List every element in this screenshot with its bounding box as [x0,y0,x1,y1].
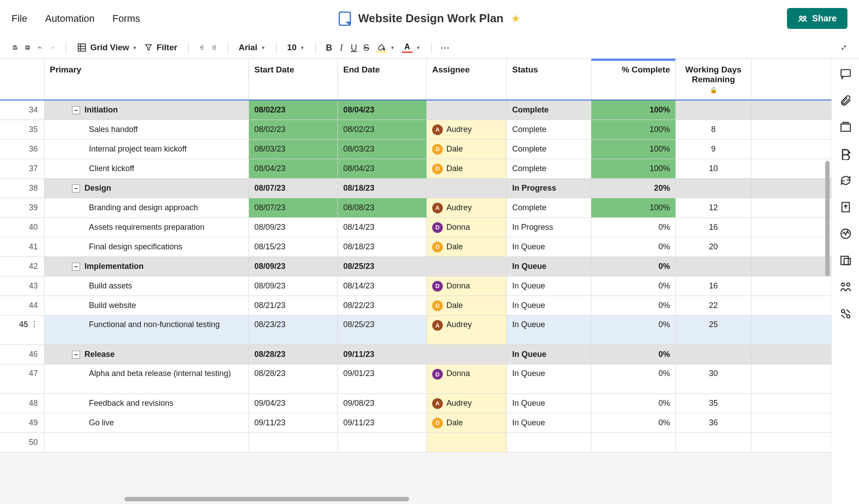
share-button[interactable]: Share [787,8,847,29]
cell-assignee[interactable]: DDale [427,140,507,159]
row-number[interactable]: 48 [0,394,44,413]
menu-forms[interactable]: Forms [112,13,140,24]
cell-assignee[interactable]: DDale [427,237,507,256]
row-number[interactable]: 35 [0,120,44,139]
summary-icon[interactable] [839,254,852,267]
table-row[interactable]: 34−Initiation08/02/2308/04/23Complete100… [0,100,831,120]
cell-percent-complete[interactable]: 0% [591,218,676,237]
table-row[interactable]: 40Assets requirements preparation08/09/2… [0,218,831,237]
cell-working-days[interactable]: 9 [676,140,751,159]
brand-icon[interactable] [839,148,852,160]
row-number[interactable]: 47 [0,364,44,393]
cell-start-date[interactable]: 08/03/23 [249,140,338,159]
cell-assignee[interactable]: DDale [427,413,507,432]
cell-working-days[interactable]: 35 [676,394,751,413]
cell-status[interactable]: In Queue [507,364,591,393]
collapse-icon[interactable]: − [72,106,80,114]
print-icon[interactable] [22,42,33,53]
cell-start-date[interactable]: 08/07/23 [249,198,338,217]
row-number[interactable]: 42 [0,257,44,276]
menu-automation[interactable]: Automation [45,13,94,24]
cell-end-date[interactable]: 08/22/23 [338,296,427,315]
activity-icon[interactable] [839,228,852,240]
cell-start-date[interactable]: 08/02/23 [249,120,338,139]
table-row[interactable]: 41Final design specifications08/15/2308/… [0,237,831,257]
cell-primary[interactable]: Build website [44,296,249,315]
cell-percent-complete[interactable]: 0% [591,257,676,276]
row-number[interactable]: 43 [0,276,44,296]
cell-primary[interactable]: Feedback and revisions [44,394,249,413]
proofs-icon[interactable] [839,121,852,133]
cell-status[interactable]: In Progress [507,218,591,237]
cell-status[interactable]: Complete [507,159,591,178]
cell-start-date[interactable]: 08/09/23 [249,257,338,276]
cell-primary[interactable]: Alpha and beta release (internal testing… [44,364,249,393]
cell-assignee[interactable]: AAudrey [427,198,507,217]
table-row[interactable]: 38−Design08/07/2308/18/23In Progress20% [0,179,831,198]
cell-primary[interactable]: Assets requirements preparation [44,218,249,237]
cell-status[interactable]: In Queue [507,394,591,413]
publish-icon[interactable] [839,201,852,213]
cell-status[interactable]: Complete [507,120,591,139]
table-row[interactable]: 39Branding and design approach08/07/2308… [0,198,831,218]
cell-primary[interactable]: Branding and design approach [44,198,249,217]
cell-primary[interactable]: −Initiation [44,100,249,120]
cell-assignee[interactable] [427,179,507,198]
table-row[interactable]: 42−Implementation08/09/2308/25/23In Queu… [0,257,831,276]
row-number[interactable]: 39 [0,198,44,217]
cell[interactable] [676,433,751,452]
cell-percent-complete[interactable]: 0% [591,394,676,413]
cell-status[interactable]: In Queue [507,296,591,315]
cell-start-date[interactable]: 08/09/23 [249,276,338,296]
cell-primary[interactable]: Client kickoff [44,159,249,178]
cell-working-days[interactable]: 36 [676,413,751,432]
cell-percent-complete[interactable]: 100% [591,140,676,159]
row-number[interactable]: 37 [0,159,44,178]
cell-assignee[interactable]: DDale [427,159,507,178]
table-row[interactable]: 43Build assets08/09/2308/14/23DDonnaIn Q… [0,276,831,296]
table-row[interactable]: 35Sales handoff08/02/2308/02/23AAudreyCo… [0,120,831,140]
cell-assignee[interactable]: DDonna [427,218,507,237]
cell-assignee[interactable]: DDale [427,296,507,315]
table-row[interactable]: 47Alpha and beta release (internal testi… [0,364,831,394]
cell-status[interactable]: In Queue [507,237,591,256]
cell-start-date[interactable]: 08/23/23 [249,316,338,344]
row-number[interactable]: 45⋮ [0,316,44,344]
cell-assignee[interactable]: DDonna [427,276,507,296]
cell-percent-complete[interactable]: 0% [591,316,676,344]
cell-status[interactable]: In Progress [507,179,591,198]
favorite-star-icon[interactable]: ★ [511,12,521,25]
cell[interactable] [507,433,591,452]
cell-start-date[interactable]: 08/02/23 [249,100,338,120]
fill-color-button[interactable]: ▼ [373,41,397,54]
cell-working-days[interactable]: 16 [676,218,751,237]
strikethrough-icon[interactable]: S [361,42,372,53]
cell-percent-complete[interactable]: 100% [591,120,676,139]
indent-icon[interactable] [209,42,220,53]
column-header-assignee[interactable]: Assignee [427,59,507,100]
row-number[interactable]: 50 [0,433,44,452]
cell-percent-complete[interactable]: 0% [591,237,676,256]
cell-end-date[interactable]: 08/14/23 [338,218,427,237]
resource-icon[interactable] [839,281,852,293]
cell-start-date[interactable]: 08/09/23 [249,218,338,237]
row-number[interactable]: 44 [0,296,44,315]
cell[interactable] [44,433,249,452]
cell-primary[interactable]: Internal project team kickoff [44,140,249,159]
cell-assignee[interactable]: AAudrey [427,394,507,413]
row-number[interactable]: 49 [0,413,44,432]
cell-working-days[interactable] [676,179,751,198]
cell-working-days[interactable]: 25 [676,316,751,344]
cell-status[interactable]: In Queue [507,257,591,276]
font-size-selector[interactable]: 10 ▼ [285,41,307,54]
connections-icon[interactable] [839,308,852,320]
cell-percent-complete[interactable]: 0% [591,296,676,315]
cell-start-date[interactable]: 09/04/23 [249,394,338,413]
cell-status[interactable]: Complete [507,198,591,217]
cell-working-days[interactable]: 8 [676,120,751,139]
cell-assignee[interactable] [427,257,507,276]
row-number[interactable]: 40 [0,218,44,237]
cell-percent-complete[interactable]: 0% [591,345,676,364]
collapse-icon[interactable]: − [72,263,80,271]
cell-working-days[interactable] [676,100,751,120]
